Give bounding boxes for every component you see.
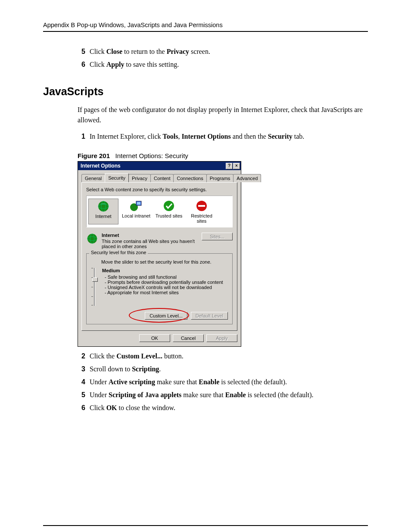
list-item: 6 Click Apply to save this setting. bbox=[78, 59, 368, 70]
step-number: 5 bbox=[78, 47, 85, 57]
zone-internet[interactable]: Internet bbox=[88, 199, 118, 224]
step-number: 1 bbox=[78, 131, 85, 142]
step-text: Under Scripting of Java applets make sur… bbox=[90, 390, 313, 400]
zone-instruction: Select a Web content zone to specify its… bbox=[86, 187, 233, 192]
svg-point-6 bbox=[164, 201, 174, 211]
tab-content[interactable]: Content bbox=[150, 174, 174, 182]
zone-list[interactable]: Internet Local intranet Tr bbox=[86, 196, 233, 227]
slider-thumb[interactable] bbox=[92, 277, 98, 282]
step-number: 6 bbox=[78, 403, 85, 413]
tab-general[interactable]: General bbox=[81, 174, 105, 182]
svg-rect-5 bbox=[137, 202, 140, 205]
list-item: 6 Click OK to close the window. bbox=[78, 403, 368, 413]
zone-restricted-sites[interactable]: Restricted sites bbox=[187, 199, 217, 224]
svg-rect-8 bbox=[198, 205, 205, 207]
apply-button[interactable]: Apply bbox=[206, 334, 237, 342]
top-step-list: 5 Click Close to return to the Privacy s… bbox=[78, 47, 368, 70]
list-item: 5 Click Close to return to the Privacy s… bbox=[78, 47, 368, 57]
step-number: 3 bbox=[78, 364, 85, 374]
step-number: 4 bbox=[78, 377, 85, 387]
trusted-icon bbox=[162, 199, 175, 212]
step-list-1: 1 In Internet Explorer, click Tools, Int… bbox=[78, 131, 368, 142]
intro-paragraph: If pages of the web configurator do not … bbox=[78, 105, 368, 125]
slider-hint: Move the slider to set the security leve… bbox=[101, 259, 228, 264]
list-item: 5 Under Scripting of Java applets make s… bbox=[78, 390, 368, 400]
tab-strip: General Security Privacy Content Connect… bbox=[81, 173, 237, 182]
custom-level-button[interactable]: Custom Level... bbox=[145, 312, 187, 320]
zone-detail: Internet This zone contains all Web site… bbox=[86, 233, 233, 249]
tab-programs[interactable]: Programs bbox=[206, 174, 234, 182]
titlebar: Internet Options ? × bbox=[78, 162, 241, 170]
page-number: 320 bbox=[43, 529, 62, 532]
step-text: In Internet Explorer, click Tools, Inter… bbox=[90, 131, 304, 142]
page-header: Appendix B Pop-up Windows, JavaScripts a… bbox=[43, 22, 368, 32]
step-number: 6 bbox=[78, 59, 85, 70]
tab-panel-security: Select a Web content zone to specify its… bbox=[81, 182, 237, 331]
security-slider[interactable] bbox=[91, 267, 98, 306]
internet-options-dialog: Internet Options ? × General Security Pr… bbox=[78, 161, 241, 347]
step-text: Click the Custom Level... button. bbox=[90, 351, 184, 361]
dialog-title: Internet Options bbox=[81, 163, 121, 169]
tab-privacy[interactable]: Privacy bbox=[128, 174, 151, 182]
groupbox-legend: Security level for this zone bbox=[89, 250, 148, 255]
tab-advanced[interactable]: Advanced bbox=[233, 174, 261, 182]
step-text: Click OK to close the window. bbox=[90, 403, 175, 413]
page-footer: 320 ES-3148 User's Guide bbox=[43, 525, 368, 532]
intranet-icon bbox=[130, 199, 143, 212]
step-number: 5 bbox=[78, 390, 85, 400]
zone-trusted-sites[interactable]: Trusted sites bbox=[154, 199, 184, 224]
ok-button[interactable]: OK bbox=[139, 334, 170, 342]
restricted-icon bbox=[195, 199, 208, 212]
list-item: 3 Scroll down to Scripting. bbox=[78, 364, 368, 374]
default-level-button[interactable]: Default Level bbox=[191, 312, 228, 320]
close-button[interactable]: × bbox=[233, 163, 240, 169]
zone-description: This zone contains all Web sites you hav… bbox=[102, 239, 198, 249]
figure-caption: Figure 201 Internet Options: Security bbox=[78, 152, 368, 159]
cancel-button[interactable]: Cancel bbox=[173, 334, 204, 342]
list-item: 1 In Internet Explorer, click Tools, Int… bbox=[78, 131, 368, 142]
security-level-text: Medium - Safe browsing and still functio… bbox=[102, 267, 223, 306]
bottom-step-list: 2 Click the Custom Level... button. 3 Sc… bbox=[78, 351, 368, 413]
svg-point-9 bbox=[87, 234, 97, 243]
step-text: Scroll down to Scripting. bbox=[90, 364, 161, 374]
tab-connections[interactable]: Connections bbox=[173, 174, 206, 182]
tab-security[interactable]: Security bbox=[105, 173, 129, 182]
list-item: 2 Click the Custom Level... button. bbox=[78, 351, 368, 361]
list-item: 4 Under Active scripting make sure that … bbox=[78, 377, 368, 387]
sites-button[interactable]: Sites... bbox=[202, 233, 233, 240]
zone-local-intranet[interactable]: Local intranet bbox=[121, 199, 151, 224]
section-heading: JavaScripts bbox=[43, 85, 368, 98]
help-button[interactable]: ? bbox=[226, 163, 233, 169]
globe-icon bbox=[86, 233, 98, 245]
globe-icon bbox=[97, 200, 110, 213]
security-level-group: Security level for this zone Move the sl… bbox=[86, 253, 233, 324]
svg-point-0 bbox=[98, 201, 109, 212]
zone-title: Internet bbox=[102, 233, 198, 238]
step-text: Under Active scripting make sure that En… bbox=[90, 377, 287, 387]
step-text: Click Close to return to the Privacy scr… bbox=[90, 47, 210, 57]
step-number: 2 bbox=[78, 351, 85, 361]
step-text: Click Apply to save this setting. bbox=[90, 59, 179, 70]
